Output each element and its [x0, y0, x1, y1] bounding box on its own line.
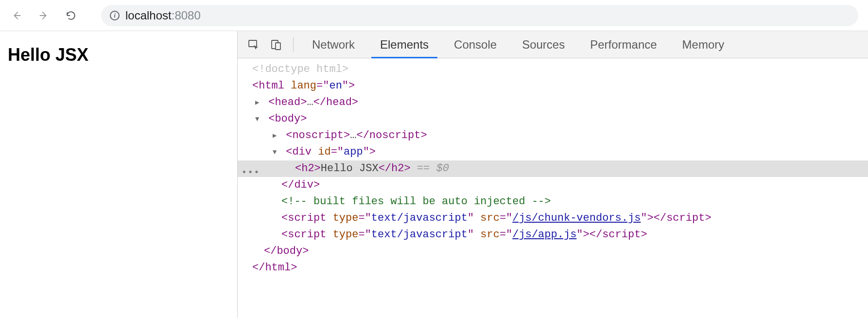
- expand-toggle-icon[interactable]: ▶: [273, 127, 279, 144]
- page-heading: Hello JSX: [8, 45, 229, 65]
- inspect-element-button[interactable]: [243, 31, 265, 58]
- arrow-right-icon: [38, 10, 49, 21]
- rendered-page: Hello JSX: [0, 31, 238, 318]
- collapse-toggle-icon[interactable]: ▼: [255, 111, 262, 127]
- url-port: :8080: [172, 9, 201, 22]
- devtools-tabbar: Network Elements Console Sources Perform…: [238, 31, 868, 58]
- expand-toggle-icon[interactable]: ▶: [255, 94, 262, 111]
- arrow-left-icon: [11, 10, 22, 21]
- device-toolbar-button[interactable]: [265, 31, 287, 58]
- url-host: localhost: [125, 9, 172, 22]
- site-info-icon[interactable]: i: [110, 11, 120, 20]
- dom-doctype[interactable]: <!doctype html>: [238, 61, 868, 78]
- forward-button[interactable]: [37, 9, 51, 22]
- elements-tree[interactable]: <!doctype html> <html lang="en"> ▶ <head…: [238, 58, 868, 318]
- address-bar[interactable]: i localhost:8080: [101, 5, 858, 26]
- collapse-toggle-icon[interactable]: ▼: [273, 144, 279, 160]
- dom-div-app-close[interactable]: </div>: [238, 177, 868, 194]
- dom-div-app-open[interactable]: ▼ <div id="app">: [238, 144, 868, 160]
- dom-comment[interactable]: <!-- built files will be auto injected -…: [238, 194, 868, 210]
- devtools-panel: Network Elements Console Sources Perform…: [238, 31, 868, 318]
- dom-html-open[interactable]: <html lang="en">: [238, 78, 868, 94]
- tab-memory[interactable]: Memory: [670, 31, 737, 58]
- tab-console[interactable]: Console: [441, 31, 509, 58]
- dom-body-open[interactable]: ▼ <body>: [238, 111, 868, 127]
- dom-html-close[interactable]: </html>: [238, 260, 868, 276]
- reload-button[interactable]: [64, 9, 78, 22]
- tab-network[interactable]: Network: [299, 31, 367, 58]
- svg-rect-2: [276, 43, 280, 50]
- dom-script-2[interactable]: <script type="text/javascript" src="/js/…: [238, 227, 868, 243]
- browser-toolbar: i localhost:8080: [0, 0, 868, 31]
- devices-icon: [270, 39, 282, 51]
- url-text: localhost:8080: [125, 9, 201, 22]
- dom-h2-selected[interactable]: ••• <h2>Hello JSX</h2> == $0: [238, 160, 868, 177]
- dom-body-close[interactable]: </body>: [238, 243, 868, 260]
- content-row: Hello JSX Network Elements Console Sourc…: [0, 31, 868, 318]
- dom-script-1[interactable]: <script type="text/javascript" src="/js/…: [238, 210, 868, 227]
- back-button[interactable]: [10, 9, 23, 22]
- reload-icon: [66, 10, 76, 21]
- tab-elements[interactable]: Elements: [367, 31, 441, 58]
- tabbar-separator: [293, 37, 294, 52]
- dom-head[interactable]: ▶ <head>…</head>: [238, 94, 868, 111]
- inspect-icon: [248, 39, 260, 51]
- dom-noscript[interactable]: ▶ <noscript>…</noscript>: [238, 127, 868, 144]
- tab-performance[interactable]: Performance: [577, 31, 669, 58]
- tab-sources[interactable]: Sources: [509, 31, 577, 58]
- svg-rect-0: [249, 40, 257, 47]
